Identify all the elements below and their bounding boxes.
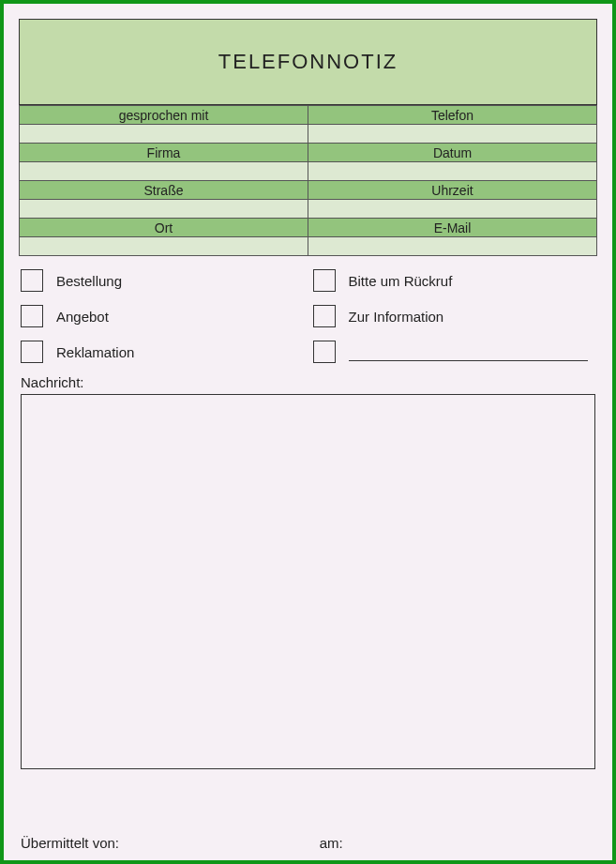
- checkbox-custom[interactable]: [313, 341, 336, 363]
- value-telefon[interactable]: [308, 125, 597, 144]
- checkbox-information[interactable]: [313, 305, 336, 327]
- message-textarea[interactable]: [21, 394, 595, 769]
- check-reklamation-row: Reklamation: [21, 341, 304, 363]
- form-title: TELEFONNOTIZ: [19, 19, 597, 105]
- label-email: E-Mail: [308, 219, 597, 237]
- label-gesprochen-mit: gesprochen mit: [20, 106, 308, 125]
- check-angebot-row: Angebot: [21, 305, 304, 327]
- checkbox-label: Zur Information: [349, 309, 444, 325]
- footer-date-label: am:: [320, 835, 595, 851]
- value-datum[interactable]: [308, 162, 597, 181]
- value-email[interactable]: [308, 237, 597, 256]
- label-strasse: Straße: [20, 181, 308, 200]
- value-gesprochen-mit[interactable]: [20, 125, 308, 144]
- message-label: Nachricht:: [21, 374, 595, 390]
- label-telefon: Telefon: [308, 106, 597, 125]
- label-uhrzeit: Uhrzeit: [308, 181, 597, 200]
- value-uhrzeit[interactable]: [308, 200, 597, 219]
- custom-checkbox-line[interactable]: [349, 343, 589, 361]
- checkbox-label: Bitte um Rückruf: [349, 273, 453, 289]
- label-ort: Ort: [20, 219, 308, 237]
- footer-from-label: Übermittelt von:: [21, 835, 320, 851]
- value-strasse[interactable]: [20, 200, 308, 219]
- checkbox-label: Reklamation: [56, 344, 134, 360]
- check-bestellung-row: Bestellung: [21, 269, 304, 292]
- check-custom-row: [313, 341, 596, 363]
- label-firma: Firma: [20, 144, 308, 162]
- info-grid: gesprochen mit Telefon Firma Datum Straß…: [19, 105, 597, 256]
- check-rueckruf-row: Bitte um Rückruf: [313, 269, 596, 292]
- label-datum: Datum: [308, 144, 597, 162]
- checkbox-label: Angebot: [56, 309, 109, 325]
- telefonnotiz-form: TELEFONNOTIZ gesprochen mit Telefon Firm…: [0, 0, 616, 864]
- check-information-row: Zur Information: [313, 305, 596, 327]
- checkbox-angebot[interactable]: [21, 305, 43, 327]
- checkbox-bestellung[interactable]: [21, 269, 43, 292]
- checkbox-grid: Bestellung Bitte um Rückruf Angebot Zur …: [21, 269, 595, 363]
- checkbox-label: Bestellung: [56, 273, 122, 289]
- value-ort[interactable]: [20, 237, 308, 256]
- checkbox-rueckruf[interactable]: [313, 269, 336, 292]
- value-firma[interactable]: [20, 162, 308, 181]
- footer-row: Übermittelt von: am:: [21, 835, 595, 851]
- checkbox-reklamation[interactable]: [21, 341, 43, 363]
